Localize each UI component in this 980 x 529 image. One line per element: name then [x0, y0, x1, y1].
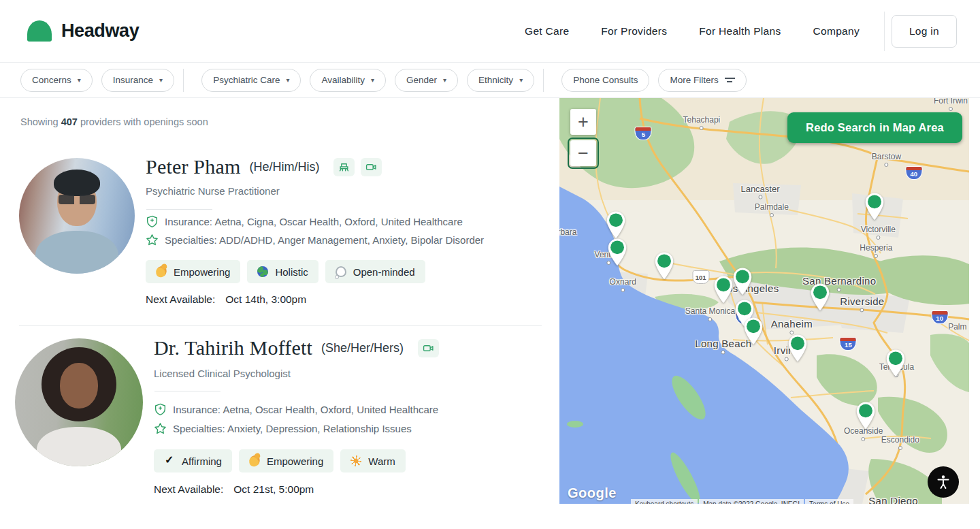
filter-bar: Concerns ▾ Insurance ▾ Psychiatric Care …	[0, 63, 980, 98]
divider	[146, 209, 212, 210]
map-city-label: Santa Monica	[685, 306, 735, 316]
chevron-down-icon: ▾	[159, 77, 163, 84]
map-attribution: Keyboard shortcutsMap data ©2022 Google,…	[631, 499, 853, 504]
filter-lines-icon	[725, 77, 735, 84]
map-city-label: Palmdale	[755, 202, 789, 212]
map-attribution-item[interactable]: Terms of Use	[805, 499, 853, 504]
filter-pill[interactable]: More Filters	[658, 69, 746, 92]
provider-avatar[interactable]	[15, 338, 143, 466]
headway-logo-text: Headway	[61, 20, 139, 42]
specialties-text: Specialties: Anxiety, Depression, Relati…	[173, 423, 412, 434]
provider-title: Licensed Clinical Psychologist	[154, 368, 291, 379]
chevron-down-icon: ▾	[78, 77, 81, 84]
trait-badge-icon	[248, 454, 261, 468]
map-attribution-item[interactable]: Map data ©2022 Google, INEGI	[699, 499, 804, 504]
trait-badge-icon	[257, 266, 268, 277]
filter-pill[interactable]: Insurance ▾	[101, 69, 174, 92]
provider-map-pin[interactable]	[606, 238, 629, 267]
map-zoom-controls: + −	[570, 109, 596, 166]
filter-pill-label: Insurance	[113, 75, 153, 85]
map-city-label: Palm Springs	[948, 322, 969, 332]
provider-name-row: Peter Pham (He/Him/His)	[146, 155, 382, 178]
in-person-chair-icon	[333, 158, 355, 176]
top-header: Headway Get CareFor ProvidersFor Health …	[0, 0, 980, 63]
map-city-label: San Diego	[868, 495, 918, 504]
filter-pill-label: More Filters	[670, 75, 718, 85]
provider-map-pin[interactable]	[863, 192, 886, 221]
filter-pill[interactable]: Psychiatric Care ▾	[201, 69, 301, 92]
zoom-out-button[interactable]: −	[570, 140, 596, 166]
provider-map-pin[interactable]	[731, 267, 754, 295]
google-logo: Google	[568, 485, 617, 501]
map-city-label: Fort Irwin	[934, 98, 968, 106]
trait-badge-label: Empowering	[174, 266, 230, 278]
provider-results-panel: Showing 407 providers with openings soon…	[0, 98, 559, 529]
trait-badge-label: Holistic	[275, 266, 308, 278]
chevron-down-icon: ▾	[286, 77, 289, 84]
filter-pill-label: Availability	[321, 75, 365, 85]
shield-plus-icon	[146, 215, 159, 228]
provider-map-pin[interactable]	[884, 349, 907, 377]
highway-shield: 101	[692, 270, 709, 284]
trait-badge: Empowering	[239, 449, 333, 472]
provider-name[interactable]: Dr. Tahirih Moffett	[154, 336, 312, 359]
next-available-label: Next Available:	[154, 483, 223, 496]
map-attribution-item[interactable]: Keyboard shortcuts	[631, 499, 698, 504]
headway-logo[interactable]: Headway	[27, 20, 139, 42]
provider-map-pin[interactable]	[854, 401, 877, 430]
nav-link[interactable]: For Health Plans	[699, 25, 781, 37]
map-panel[interactable]: Fort IrwinTehachapiBarstowLancasterPalmd…	[559, 98, 969, 504]
next-available-label: Next Available:	[146, 293, 215, 306]
nav-divider	[884, 12, 885, 51]
accessibility-button[interactable]	[928, 466, 959, 498]
card-divider	[19, 325, 542, 326]
chevron-down-icon: ▾	[371, 77, 374, 84]
provider-map-pin[interactable]	[742, 317, 765, 345]
nav-link[interactable]: For Providers	[601, 25, 667, 37]
provider-avatar[interactable]	[19, 158, 135, 274]
next-available-value: Oct 21st, 5:00pm	[233, 483, 314, 496]
filter-pill-label: Concerns	[32, 75, 71, 85]
provider-map-pin[interactable]	[786, 334, 809, 362]
map-city-label: Santa Barbara	[559, 227, 576, 237]
provider-name[interactable]: Peter Pham	[146, 155, 240, 178]
trait-badge-icon	[154, 265, 168, 278]
filter-pill-label: Ethnicity	[478, 75, 513, 85]
session-type-chips	[333, 158, 382, 176]
map-city-label: Tehachapi	[683, 115, 721, 125]
filter-pill[interactable]: Concerns ▾	[20, 69, 93, 92]
next-available-value: Oct 14th, 3:00pm	[225, 293, 306, 306]
video-camera-icon	[361, 158, 382, 176]
trait-badge-label: Affirming	[182, 455, 222, 467]
nav-link[interactable]: Company	[813, 25, 860, 37]
session-type-chips	[418, 339, 439, 357]
filter-pill-label: Phone Consults	[573, 75, 638, 85]
map-city-label: Anaheim	[771, 318, 813, 330]
map-city-label: Riverside	[840, 295, 884, 307]
redo-search-button[interactable]: Redo Search in Map Area	[787, 112, 962, 143]
trait-badges: Empowering Holistic Open-minded	[146, 260, 425, 283]
provider-map-pin[interactable]	[653, 251, 676, 280]
filter-pill[interactable]: Gender ▾	[395, 69, 458, 92]
insurance-text: Insurance: Aetna, Oscar Health, Oxford, …	[173, 404, 438, 415]
filter-pill[interactable]: Ethnicity ▾	[467, 69, 534, 92]
accessibility-icon	[935, 474, 951, 490]
specialties-text: Specialties: ADD/ADHD, Anger Management,…	[165, 234, 484, 246]
chevron-down-icon: ▾	[443, 77, 446, 84]
results-count-line: Showing 407 providers with openings soon	[20, 116, 208, 127]
filter-pill[interactable]: Availability ▾	[310, 69, 386, 92]
next-available-row: Next Available: Oct 14th, 3:00pm	[146, 293, 306, 306]
divider	[154, 391, 220, 391]
filter-pill[interactable]: Phone Consults	[561, 69, 649, 92]
trait-badges: Affirming Empowering Warm	[154, 449, 406, 472]
nav-link[interactable]: Get Care	[525, 25, 569, 37]
login-button[interactable]: Log in	[892, 15, 957, 48]
provider-map-pin[interactable]	[604, 211, 627, 240]
map-city-label: Barstow	[872, 152, 901, 161]
zoom-in-button[interactable]: +	[570, 109, 596, 135]
provider-map-pin[interactable]	[808, 283, 832, 312]
results-count: 407	[61, 116, 78, 127]
video-camera-icon	[418, 339, 439, 357]
trait-badge-label: Open-minded	[353, 266, 415, 278]
trait-badge: Empowering	[146, 260, 240, 283]
